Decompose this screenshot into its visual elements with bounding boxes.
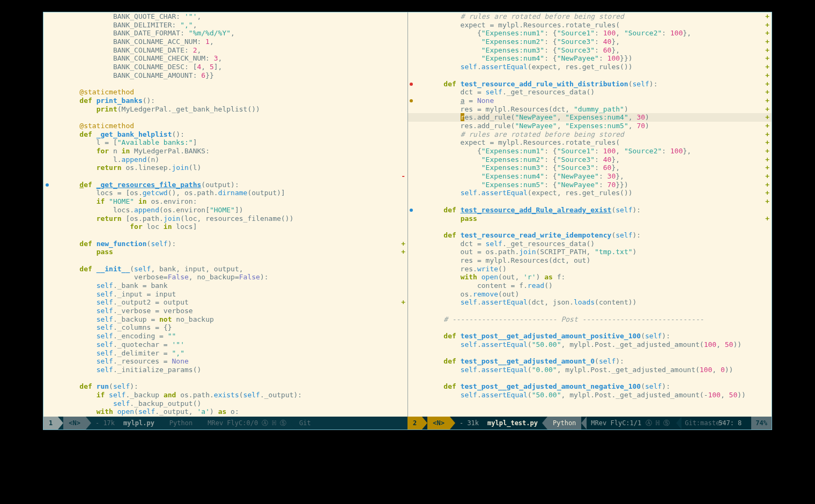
code-line[interactable] — [408, 374, 772, 383]
vertical-splitter[interactable] — [408, 12, 408, 417]
major-mode[interactable]: Python — [547, 417, 581, 429]
code-line[interactable]: def new_function(self):+ — [43, 240, 408, 248]
modeline-right[interactable]: 2 <N> - 31k mylpl_test.py Python MRev Fl… — [408, 417, 772, 429]
code-line[interactable]: BANK_DELIMITER: ",", — [43, 21, 408, 29]
code-line[interactable]: BANK_COLNAME_CHECK_NUM: 3, — [43, 54, 408, 63]
code-line[interactable]: os.remove(out) — [408, 290, 772, 299]
code-line[interactable]: {"Expenses:num1": {"Source1": 100, "Sour… — [408, 29, 772, 38]
code-line[interactable]: BANK_DATE_FORMAT: "%m/%d/%Y", — [43, 29, 408, 38]
code-area[interactable]: # rules are rotated before being stored+… — [408, 12, 772, 417]
left-pane[interactable]: BANK_QUOTE_CHAR: '"', BANK_DELIMITER: ",… — [43, 12, 408, 417]
code-line[interactable]: + — [408, 197, 772, 206]
code-line[interactable]: self._backup_output() — [43, 399, 408, 408]
buffer-name[interactable]: mylpl_test.py — [483, 419, 542, 427]
code-line[interactable]: def __init__(self, bank, input, output, — [43, 265, 408, 273]
code-line[interactable]: return os.linesep.join(l) — [43, 164, 408, 172]
code-line[interactable]: # rules are rotated before being stored+ — [408, 130, 772, 139]
code-line[interactable]: "Expenses:num4": {"NewPayee": 100}})+ — [408, 54, 772, 63]
code-area[interactable]: BANK_QUOTE_CHAR: '"', BANK_DELIMITER: ",… — [43, 12, 408, 417]
code-line[interactable]: out = os.path.join(SCRIPT_PATH, "tmp.txt… — [408, 248, 772, 256]
code-line[interactable]: for n in MyLedgerPal.BANKS: — [43, 147, 408, 155]
code-line[interactable]: def test_resource_read_write_idempotency… — [408, 231, 772, 240]
code-line[interactable]: "Expenses:num3": {"Source3": 60},+ — [408, 46, 772, 55]
code-line[interactable]: return [os.path.join(loc, resources_file… — [43, 214, 408, 223]
code-line[interactable]: "Expenses:num4": {"NewPayee": 30},+ — [408, 172, 772, 181]
code-line[interactable]: self.assertEqual(dct, json.loads(content… — [408, 298, 772, 307]
code-line[interactable]: # rules are rotated before being stored+ — [408, 12, 772, 21]
code-line[interactable]: "Expenses:num2": {"Source3": 40},+ — [408, 155, 772, 164]
buffer-name[interactable]: mylpl.py — [119, 419, 159, 427]
code-line[interactable]: if "HOME" in os.environ: — [43, 197, 408, 206]
code-line[interactable]: if self._backup and os.path.exists(self.… — [43, 391, 408, 399]
code-line[interactable]: def test_post__get_adjusted_amount_posit… — [408, 332, 772, 340]
code-line[interactable]: "Expenses:num3": {"Source3": 60},+ — [408, 164, 772, 172]
code-line[interactable]: l = ["Available banks:"] — [43, 138, 408, 147]
code-line[interactable]: locs.append(os.environ["HOME"]) — [43, 206, 408, 214]
code-line[interactable]: self._backup = not no_backup — [43, 315, 408, 324]
code-line[interactable]: self.assertEqual("50.00", mylpl.Post._ge… — [408, 391, 772, 399]
code-line[interactable] — [43, 231, 408, 240]
code-line[interactable]: l.append(n) — [43, 155, 408, 164]
code-line[interactable]: for loc in locs] — [43, 223, 408, 231]
code-line[interactable]: BANK_COLNAME_AMOUNT: 6}} — [43, 71, 408, 80]
code-line[interactable] — [408, 349, 772, 358]
code-line[interactable]: content = f.read() — [408, 281, 772, 290]
code-line[interactable]: def test_post__get_adjusted_amount_negat… — [408, 382, 772, 391]
code-line[interactable]: @staticmethod — [43, 122, 408, 130]
code-line[interactable]: pass+ — [43, 248, 408, 256]
code-line[interactable]: "Expenses:num5": {"NewPayee": 70}})+ — [408, 181, 772, 189]
code-line[interactable]: with open(self._output, 'a') as o: — [43, 407, 408, 416]
code-line[interactable]: self.assertEqual("0.00", mylpl.Post._get… — [408, 366, 772, 374]
code-line[interactable]: "Expenses:num2": {"Source3": 40},+ — [408, 38, 772, 46]
code-line[interactable]: BANK_QUOTE_CHAR: '"', — [43, 12, 408, 21]
code-line[interactable] — [43, 374, 408, 383]
code-line[interactable]: + — [408, 71, 772, 80]
code-line[interactable]: def _get_bank_helplist(): — [43, 130, 408, 139]
code-line[interactable]: res.write() — [408, 265, 772, 273]
code-line[interactable]: BANK_COLNAME_ACC_NUM: 1, — [43, 38, 408, 46]
code-line[interactable]: self._input = input — [43, 290, 408, 299]
code-line[interactable]: BANK_COLNAME_DATE: 2, — [43, 46, 408, 55]
code-line[interactable]: print(MyLedgerPal._get_bank_helplist()) — [43, 105, 408, 114]
code-line[interactable]: self.assertEqual(expect, res.get_rules()… — [408, 189, 772, 197]
code-line[interactable]: self._output2 = output+ — [43, 298, 408, 307]
code-line[interactable]: self._columns = {} — [43, 323, 408, 332]
code-line[interactable]: self._encoding = "" — [43, 332, 408, 340]
code-line[interactable]: pass+ — [408, 214, 772, 223]
code-line[interactable] — [408, 323, 772, 332]
code-line[interactable]: - — [43, 172, 408, 181]
code-line[interactable]: def test_resource_add_Rule_already_exist… — [408, 206, 772, 214]
code-line[interactable]: @staticmethod — [43, 88, 408, 97]
code-line[interactable]: expect = mylpl.Resources.rotate_rules(+ — [408, 21, 772, 29]
code-line[interactable] — [43, 80, 408, 88]
code-line[interactable]: res.add_rule("NewPayee", "Expenses:num5"… — [408, 122, 772, 130]
code-line[interactable] — [408, 223, 772, 231]
code-line[interactable]: self.assertEqual(expect, res.get_rules()… — [408, 63, 772, 71]
code-line[interactable] — [43, 256, 408, 265]
code-line[interactable]: res = mylpl.Resources(dct, "dummy_path")… — [408, 105, 772, 114]
code-line[interactable]: self._delimiter = "," — [43, 349, 408, 358]
code-line[interactable]: def _get_resources_file_paths(output): — [43, 181, 408, 189]
code-line[interactable]: def run(self): — [43, 382, 408, 391]
major-mode[interactable]: Python — [164, 417, 198, 429]
code-line[interactable] — [43, 113, 408, 122]
code-line[interactable]: def test_resource_add_rule_with_distribu… — [408, 80, 772, 88]
code-line[interactable]: dct = self._get_resources_data()+ — [408, 88, 772, 97]
code-line[interactable]: # ------------------------- Post -------… — [408, 315, 772, 324]
code-line[interactable]: self._initialize_params() — [43, 366, 408, 374]
code-line[interactable]: {"Expenses:num1": {"Source1": 100, "Sour… — [408, 147, 772, 155]
code-line[interactable]: verbose=False, no_backup=False): — [43, 273, 408, 281]
code-line[interactable]: self._verbose = verbose — [43, 307, 408, 315]
code-line[interactable]: res.add_rule("NewPayee", "Expenses:num4"… — [408, 113, 772, 122]
code-line[interactable]: self.assertEqual("50.00", mylpl.Post._ge… — [408, 340, 772, 349]
modeline-left[interactable]: 1 <N> - 17k mylpl.py Python MRev FlyC:0/… — [43, 417, 408, 429]
code-line[interactable]: with open(out, 'r') as f: — [408, 273, 772, 281]
code-line[interactable]: expect = mylpl.Resources.rotate_rules(+ — [408, 138, 772, 147]
code-line[interactable]: dct = self._get_resources_data() — [408, 240, 772, 248]
code-line[interactable]: self._bank = bank — [43, 281, 408, 290]
right-pane[interactable]: # rules are rotated before being stored+… — [408, 12, 772, 417]
code-line[interactable] — [408, 307, 772, 315]
code-line[interactable]: self._resources = None — [43, 357, 408, 366]
code-line[interactable]: BANK_COLNAME_DESC: [4, 5], — [43, 63, 408, 71]
code-line[interactable]: def test_post__get_adjusted_amount_0(sel… — [408, 357, 772, 366]
